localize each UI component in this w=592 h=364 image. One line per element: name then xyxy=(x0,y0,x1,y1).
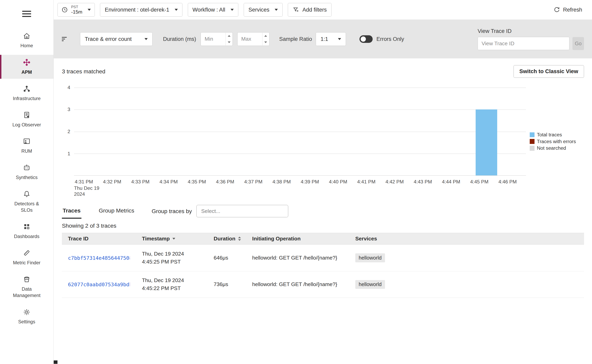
service-badge[interactable]: helloworld xyxy=(355,280,385,289)
trace-id-link[interactable]: 62077c0aabd07534a9bdbe xyxy=(68,281,130,287)
gridline xyxy=(74,132,526,132)
sidebar-item-metric-finder[interactable]: Metric Finder xyxy=(0,245,54,270)
column-label: Trace ID xyxy=(68,236,88,242)
stepper-down-icon[interactable] xyxy=(226,39,232,46)
x-tick-label: 4:44 PM xyxy=(442,179,460,185)
workflow-dropdown[interactable]: Workflow : All xyxy=(188,3,239,17)
x-tick-label: 4:33 PM xyxy=(131,179,149,185)
time-range-picker[interactable]: PST -15m xyxy=(57,3,95,17)
apm-icon xyxy=(23,58,31,67)
timestamp-date: Thu, Dec 19 2024 xyxy=(142,250,202,258)
column-header-timestamp[interactable]: Timestamp xyxy=(136,233,208,244)
legend-label: Not searched xyxy=(537,145,566,151)
environment-dropdown[interactable]: Environment : otel-derek-1 xyxy=(100,3,182,17)
sort-desc-icon[interactable] xyxy=(172,238,175,240)
column-header-trace-id[interactable]: Trace ID xyxy=(62,233,136,244)
x-tick-label: 4:32 PM xyxy=(103,179,121,185)
legend-item: Traces with errors xyxy=(530,139,584,144)
sidebar-item-label: Settings xyxy=(18,319,35,325)
column-header-initiating-operation[interactable]: Initiating Operation xyxy=(246,233,349,244)
chart-x-axis: Thu Dec 19 2024 4:31 PM4:32 PM4:33 PM4:3… xyxy=(74,176,526,198)
trace-id-link[interactable]: c7bbf57314e4856447508c xyxy=(68,255,130,261)
service-badge[interactable]: helloworld xyxy=(355,253,385,262)
main-panel: PST -15m Environment : otel-derek-1 Work… xyxy=(54,0,592,364)
table-row: c7bbf57314e4856447508c Thu, Dec 19 2024 … xyxy=(62,245,584,271)
trace-metric-dropdown[interactable]: Trace & error count xyxy=(80,32,153,46)
sample-ratio-label: Sample Ratio xyxy=(279,36,312,42)
sort-icon[interactable] xyxy=(238,237,241,241)
stepper-arrows[interactable] xyxy=(262,33,269,46)
group-traces-by-select[interactable] xyxy=(196,205,288,217)
filter-settings-icon[interactable] xyxy=(61,35,69,43)
x-tick-label: 4:31 PM xyxy=(75,179,93,185)
refresh-button[interactable]: Refresh xyxy=(551,6,585,13)
stepper-up-icon[interactable] xyxy=(262,33,269,39)
traces-matched-text: 3 traces matched xyxy=(62,68,105,75)
stepper-up-icon[interactable] xyxy=(226,33,232,39)
bell-icon xyxy=(23,190,31,198)
initiating-operation-cell: helloworld: GET GET /hello/{name?} xyxy=(246,245,349,271)
sidebar-item-apm[interactable]: APM xyxy=(0,55,54,79)
gear-icon xyxy=(23,308,31,316)
relative-range-label: -15m xyxy=(71,9,82,14)
initiating-operation-cell: helloworld: GET GET /hello/{name?} xyxy=(246,271,349,298)
sidebar-item-rum[interactable]: RUM xyxy=(0,134,54,158)
scrollbar-corner xyxy=(54,360,57,364)
sidebar-item-home[interactable]: Home xyxy=(0,28,54,53)
table-header-row: Trace ID Timestamp Duration Initiating O… xyxy=(62,233,584,244)
timestamp-time: 4:45:25 PM PST xyxy=(142,258,202,266)
sidebar-item-label: Synthetics xyxy=(16,175,38,181)
sidebar-item-label: Infrastructure xyxy=(13,96,40,102)
chart-legend: Total tracesTraces with errorsNot search… xyxy=(530,132,584,198)
sidebar-item-infrastructure[interactable]: Infrastructure xyxy=(0,81,54,105)
add-filters-button[interactable]: Add filters xyxy=(288,3,331,17)
sidebar-nav: Home APM Infrastructure Log Observer xyxy=(0,28,54,329)
log-observer-icon xyxy=(23,111,31,119)
view-trace-id-input[interactable] xyxy=(478,37,569,50)
chevron-down-icon xyxy=(88,9,91,11)
x-tick-label: 4:38 PM xyxy=(272,179,291,185)
filter-plus-icon xyxy=(293,6,299,13)
column-header-duration[interactable]: Duration xyxy=(208,233,246,244)
legend-label: Total traces xyxy=(537,132,562,137)
sidebar-item-log-observer[interactable]: Log Observer xyxy=(0,107,54,132)
sidebar-item-detectors-slos[interactable]: Detectors & SLOs xyxy=(0,186,54,217)
chevron-down-icon xyxy=(145,38,148,40)
stepper-arrows[interactable] xyxy=(226,33,232,46)
x-tick-label: 4:46 PM xyxy=(498,179,517,185)
services-dropdown[interactable]: Services xyxy=(244,3,283,17)
tabs-row: Traces Group Metrics Group traces by xyxy=(62,203,584,220)
sidebar-item-label: RUM xyxy=(21,148,32,155)
trace-count-chart: 1234 Thu Dec 19 2024 4:31 PM4:32 PM4:33 … xyxy=(62,88,584,198)
tab-group-metrics[interactable]: Group Metrics xyxy=(98,203,135,219)
sidebar-item-settings[interactable]: Settings xyxy=(0,305,54,329)
column-label: Duration xyxy=(214,236,235,242)
trace-metric-dropdown-label: Trace & error count xyxy=(85,36,132,42)
y-tick-label: 3 xyxy=(67,107,70,112)
go-button[interactable]: Go xyxy=(572,37,584,50)
legend-swatch-icon xyxy=(530,132,535,137)
sidebar-item-data-management[interactable]: Data Management xyxy=(0,272,54,302)
rum-icon xyxy=(23,137,31,145)
x-tick-label: 4:36 PM xyxy=(216,179,234,185)
hamburger-menu-icon[interactable] xyxy=(22,9,31,19)
y-tick-label: 4 xyxy=(67,85,70,90)
duration-max-field xyxy=(237,32,269,46)
chevron-down-icon xyxy=(230,9,234,11)
column-label: Initiating Operation xyxy=(252,236,301,242)
chart-bar[interactable] xyxy=(476,110,497,176)
tab-traces[interactable]: Traces xyxy=(62,203,81,219)
legend-label: Traces with errors xyxy=(537,139,576,144)
services-dropdown-label: Services xyxy=(249,6,269,13)
sidebar-item-synthetics[interactable]: Synthetics xyxy=(0,160,54,184)
errors-only-toggle[interactable] xyxy=(359,35,373,43)
sidebar-item-dashboards[interactable]: Dashboards xyxy=(0,219,54,243)
sample-ratio-dropdown[interactable]: 1:1 xyxy=(316,32,346,46)
x-tick-label: 4:40 PM xyxy=(329,179,347,185)
sample-ratio-value: 1:1 xyxy=(321,36,328,42)
sidebar: Home APM Infrastructure Log Observer xyxy=(0,0,54,364)
gridline xyxy=(74,110,526,110)
column-header-services[interactable]: Services xyxy=(349,233,584,244)
switch-to-classic-view-button[interactable]: Switch to Classic View xyxy=(514,65,584,78)
stepper-down-icon[interactable] xyxy=(262,39,269,46)
